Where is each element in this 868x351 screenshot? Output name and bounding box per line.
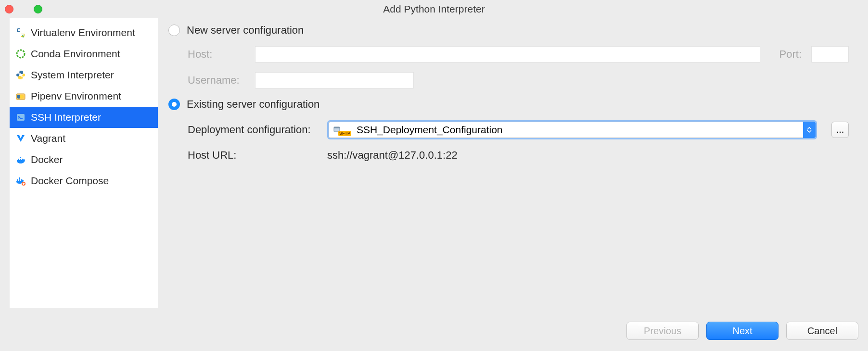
sidebar-item-pipenv[interactable]: Pipenv Environment [10, 86, 158, 107]
existing-server-radio-row: Existing server configuration [168, 98, 849, 111]
docker-compose-icon [15, 176, 26, 186]
select-arrows-icon [803, 122, 816, 138]
new-server-label: New server configuration [187, 24, 304, 37]
svg-rect-16 [19, 179, 20, 181]
sidebar-item-ssh[interactable]: SSH Interpreter [10, 107, 158, 128]
sidebar-item-label: Docker Compose [31, 175, 109, 187]
sidebar-item-label: Conda Environment [31, 48, 120, 60]
dialog-body: V Virtualenv Environment Conda Environme… [0, 18, 868, 317]
conda-icon [15, 49, 26, 59]
new-server-subform: Host: Port: Username: [168, 46, 849, 88]
sidebar-item-virtualenv[interactable]: V Virtualenv Environment [10, 22, 158, 43]
svg-rect-21 [23, 183, 24, 185]
deployment-config-browse-button[interactable]: ... [831, 122, 849, 138]
host-label: Host: [188, 48, 245, 61]
username-label: Username: [188, 74, 245, 87]
existing-server-label: Existing server configuration [187, 98, 319, 111]
deployment-config-select[interactable]: SFTP SSH_Deployment_Configuration [327, 120, 817, 139]
cancel-button[interactable]: Cancel [786, 322, 858, 340]
next-button[interactable]: Next [706, 322, 779, 340]
dialog-footer: Previous Next Cancel [0, 317, 868, 351]
svg-point-4 [19, 72, 20, 73]
svg-rect-17 [19, 177, 20, 179]
svg-point-5 [22, 78, 23, 79]
port-label: Port: [779, 48, 802, 61]
host-url-value: ssh://vagrant@127.0.0.1:22 [327, 149, 458, 162]
svg-rect-15 [17, 179, 18, 181]
svg-rect-12 [20, 159, 21, 160]
sftp-icon: SFTP [333, 126, 354, 134]
python-v-icon: V [15, 27, 26, 38]
sidebar-item-label: Virtualenv Environment [31, 27, 135, 38]
svg-rect-11 [18, 159, 19, 160]
python-icon [15, 70, 26, 80]
sidebar-item-conda[interactable]: Conda Environment [10, 43, 158, 64]
new-server-radio-row: New server configuration [168, 24, 849, 37]
sidebar-item-label: SSH Interpreter [31, 112, 101, 123]
interpreter-type-sidebar: V Virtualenv Environment Conda Environme… [10, 18, 158, 308]
main-panel: New server configuration Host: Port: Use… [158, 18, 858, 308]
svg-rect-13 [20, 157, 21, 158]
vagrant-icon [15, 133, 26, 144]
sidebar-item-label: Docker [31, 154, 63, 165]
sidebar-item-docker-compose[interactable]: Docker Compose [10, 170, 158, 191]
username-input[interactable] [255, 72, 414, 88]
sidebar-item-vagrant[interactable]: Vagrant [10, 128, 158, 149]
window-title: Add Python Interpreter [0, 3, 868, 15]
svg-text:V: V [22, 34, 25, 38]
svg-rect-23 [334, 127, 340, 128]
existing-server-subform: Deployment configuration: SFTP SSH_Deplo… [168, 120, 849, 162]
existing-server-radio[interactable] [168, 99, 180, 110]
sidebar-item-label: Pipenv Environment [31, 90, 121, 102]
svg-point-0 [18, 29, 19, 30]
svg-point-8 [20, 95, 24, 99]
host-url-label: Host URL: [188, 149, 318, 162]
sidebar-item-label: Vagrant [31, 133, 65, 144]
title-bar: Add Python Interpreter [0, 0, 868, 18]
deployment-config-label: Deployment configuration: [188, 124, 318, 136]
host-input[interactable] [255, 46, 760, 63]
port-input[interactable] [811, 46, 849, 63]
sidebar-item-label: System Interpreter [31, 69, 114, 81]
previous-button[interactable]: Previous [626, 322, 699, 340]
pipenv-icon [15, 91, 26, 101]
new-server-radio[interactable] [168, 25, 180, 36]
sidebar-item-docker[interactable]: Docker [10, 149, 158, 170]
deployment-config-value: SSH_Deployment_Configuration [357, 124, 503, 136]
sidebar-item-system[interactable]: System Interpreter [10, 64, 158, 86]
ssh-icon [15, 112, 26, 123]
svg-rect-9 [17, 114, 25, 121]
svg-point-3 [17, 50, 25, 58]
docker-icon [15, 154, 26, 165]
